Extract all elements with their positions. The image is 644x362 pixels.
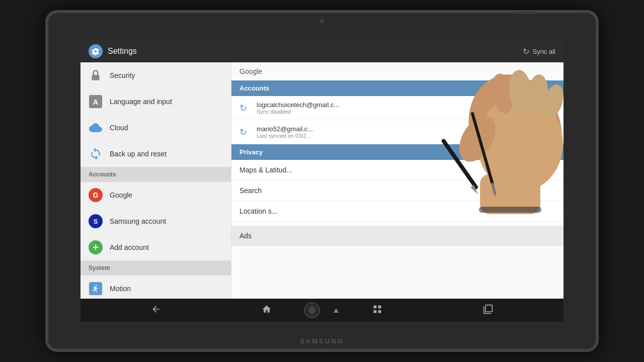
- settings-icon: [89, 44, 103, 58]
- lock-icon: [89, 68, 103, 82]
- sync-icon: ↻: [523, 47, 529, 56]
- sidebar-item-security[interactable]: Security: [80, 62, 231, 88]
- sync-indicator-2: ↻: [239, 127, 251, 138]
- sidebar: Security A Language and input: [80, 62, 231, 299]
- tablet-frame: Settings ↻ Sync all Securi: [45, 10, 599, 352]
- backup-label: Back up and reset: [110, 150, 167, 158]
- language-label: Language and input: [110, 98, 172, 106]
- svg-rect-0: [92, 75, 99, 80]
- motion-label: Motion: [110, 285, 131, 293]
- location-item[interactable]: Location s...: [231, 201, 564, 222]
- cloud-icon: [89, 121, 103, 135]
- sidebar-item-cloud[interactable]: Cloud: [80, 115, 231, 141]
- svg-rect-1: [374, 305, 377, 308]
- recent-apps-button[interactable]: [368, 302, 386, 319]
- svg-rect-4: [378, 310, 381, 313]
- content-area: Security A Language and input: [80, 62, 564, 299]
- privacy-header: Privacy: [231, 144, 564, 160]
- svg-rect-2: [378, 305, 381, 308]
- sidebar-item-samsung[interactable]: S Samsung account: [80, 208, 231, 234]
- tablet-screen: Settings ↻ Sync all Securi: [80, 40, 564, 322]
- account-status-1: Sync disabled: [257, 109, 555, 115]
- add-account-label: Add account: [110, 243, 149, 251]
- language-icon: A: [89, 95, 103, 109]
- sidebar-item-language[interactable]: A Language and input: [80, 88, 231, 115]
- account-item-2[interactable]: ↻ mario52@gmail.c... Last synced on 03/2…: [231, 120, 564, 144]
- motion-icon: [89, 282, 103, 296]
- accounts-section-header: Accounts: [80, 167, 231, 182]
- sidebar-item-motion[interactable]: Motion: [80, 276, 231, 299]
- center-home-button[interactable]: [304, 302, 320, 318]
- sidebar-item-google[interactable]: G Google: [80, 182, 231, 208]
- tablet-power-button: [515, 12, 535, 14]
- page-title: Settings: [108, 47, 137, 56]
- backup-icon: [89, 147, 103, 161]
- cloud-label: Cloud: [110, 124, 128, 132]
- sync-all-label: Sync all: [532, 48, 555, 55]
- sync-indicator-1: ↻: [239, 103, 251, 114]
- svg-rect-3: [374, 310, 377, 313]
- google-header: Google: [231, 62, 564, 80]
- security-label: Security: [110, 71, 135, 79]
- bottom-nav: ▲: [80, 299, 564, 322]
- sidebar-item-add-account[interactable]: + Add account: [80, 234, 231, 260]
- samsung-label: Samsung account: [110, 217, 166, 225]
- account-info-1: logicalchoicetech@gmail.c... Sync disabl…: [257, 101, 555, 115]
- search-item[interactable]: Search: [231, 180, 564, 201]
- sync-all-button[interactable]: ↻ Sync all: [523, 47, 555, 56]
- maps-latitude-item[interactable]: Maps & Latitud...: [231, 160, 564, 180]
- system-section-header: System: [80, 260, 231, 276]
- samsung-account-icon: S: [89, 214, 103, 228]
- add-account-icon: +: [89, 240, 103, 254]
- right-panel: Google Accounts ↻ logicalchoicetech@gmai…: [231, 62, 564, 299]
- top-bar: Settings ↻ Sync all: [80, 40, 564, 62]
- samsung-brand: SAMSUNG: [300, 337, 344, 345]
- back-button[interactable]: [147, 302, 165, 319]
- account-status-2: Last synced on 03/2...: [257, 133, 555, 139]
- sidebar-item-backup[interactable]: Back up and reset: [80, 141, 231, 167]
- google-label: Google: [110, 191, 132, 199]
- home-button[interactable]: [258, 302, 276, 319]
- account-email-1: logicalchoicetech@gmail.c...: [257, 101, 555, 109]
- account-item-1[interactable]: ↻ logicalchoicetech@gmail.c... Sync disa…: [231, 96, 564, 120]
- right-accounts-header: Accounts: [231, 80, 564, 96]
- screenshot-button[interactable]: [479, 302, 497, 319]
- google-icon: G: [89, 188, 103, 202]
- account-email-2: mario52@gmail.c...: [257, 125, 555, 133]
- tablet-camera: [320, 19, 324, 23]
- ads-item[interactable]: Ads: [231, 226, 564, 246]
- account-info-2: mario52@gmail.c... Last synced on 03/2..…: [257, 125, 555, 139]
- top-bar-title-group: Settings: [89, 44, 137, 58]
- nav-chevron-up: ▲: [332, 306, 340, 315]
